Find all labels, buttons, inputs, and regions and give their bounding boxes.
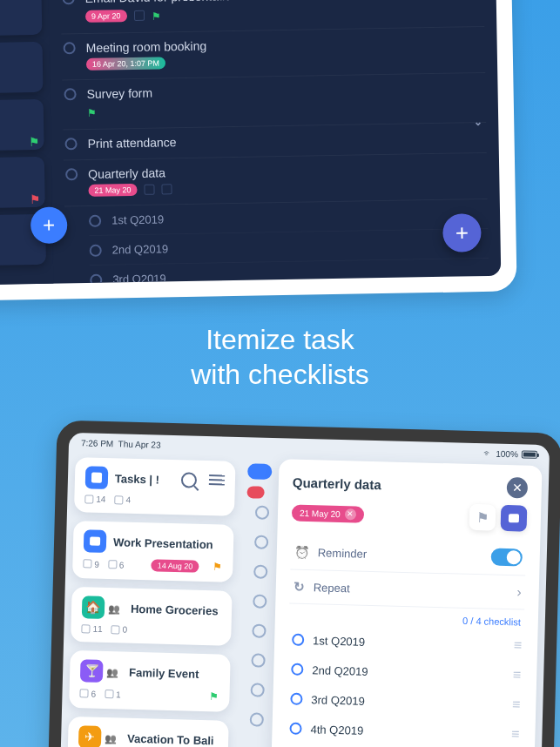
list-icon [84, 495, 93, 503]
sidebar-card[interactable] [0, 42, 44, 93]
note-icon [161, 184, 172, 194]
date-pill[interactable]: 21 May 20✕ [292, 504, 364, 522]
task-name: Quarterly data [88, 165, 165, 181]
people-icon [108, 600, 124, 616]
checkbox-icon[interactable] [65, 168, 78, 180]
wifi-icon: ᯤ [483, 448, 492, 458]
stat-2: 1 [116, 690, 121, 699]
project-title: Family Event [129, 665, 199, 680]
list-icon [79, 689, 88, 697]
light-screen: 7:26 PM Thu Apr 23 ᯤ100% Tasks | ! 144 W… [60, 433, 550, 747]
checkbox-icon[interactable] [63, 0, 75, 4]
headline-line2: with checklists [0, 357, 560, 392]
project-title: Work Presentation [113, 535, 213, 551]
project-title: Tasks | ! [115, 472, 159, 486]
flag-icon [87, 104, 97, 120]
checkbox-icon[interactable] [289, 723, 301, 735]
sidebar-card[interactable] [0, 99, 44, 151]
task-row[interactable]: Quarterly data 21 May 20 [64, 153, 488, 206]
stat-2: 4 [125, 495, 131, 505]
flag-icon [30, 192, 40, 202]
drag-handle-icon[interactable]: ≡ [511, 726, 518, 742]
alarm-icon [144, 185, 154, 195]
clear-date-icon[interactable]: ✕ [345, 508, 356, 520]
project-list: Tasks | ! 144 Work Presentation 9614 Aug… [60, 433, 243, 747]
note-icon [111, 625, 119, 634]
bg-pill [247, 463, 272, 480]
checkbox-icon[interactable] [292, 634, 304, 646]
list-icon [81, 624, 90, 633]
project-button[interactable] [501, 505, 528, 532]
checkbox-icon[interactable] [89, 214, 101, 226]
stat-2: 6 [119, 560, 125, 569]
stat-1: 14 [96, 495, 105, 504]
stat-1: 11 [92, 624, 102, 634]
project-card[interactable]: Work Presentation 9614 Aug 20 [72, 521, 234, 582]
subtask-name: 2nd Q2019 [112, 242, 169, 256]
task-row[interactable]: Survey form [62, 73, 486, 130]
checklist-item[interactable]: 4th Q2019≡ [286, 713, 522, 747]
repeat-icon [293, 579, 305, 595]
battery-icon [522, 450, 537, 458]
task-name: Survey form [86, 86, 152, 101]
date-pill: 21 May 20 [88, 184, 137, 197]
dark-screen: + Simplify layout Email David for presen… [0, 0, 501, 285]
subtask-name: 1st Q2019 [111, 212, 164, 226]
alarm-icon [294, 545, 309, 559]
search-icon[interactable] [181, 472, 197, 488]
bg-pill [246, 486, 264, 499]
filter-icon[interactable] [209, 474, 225, 487]
project-card[interactable]: 🏠Home Groceries 110 [71, 587, 233, 646]
drag-handle-icon[interactable]: ≡ [513, 667, 520, 683]
checkbox-icon[interactable] [291, 663, 303, 676]
task-detail-panel: Quarterly data ✕ 21 May 20✕ ⚑ Reminder R… [271, 459, 543, 747]
task-row[interactable]: Meeting room booking 16 Apr 20, 1:07 PM [61, 27, 485, 80]
bottom-tablet-light: 7:26 PM Thu Apr 23 ᯤ100% Tasks | ! 144 W… [47, 420, 560, 747]
drag-handle-icon[interactable]: ≡ [514, 637, 521, 653]
date-pill: 14 Aug 20 [152, 559, 199, 572]
reminder-toggle[interactable] [491, 548, 523, 567]
bg-checklist [250, 505, 270, 726]
note-icon [108, 560, 117, 569]
battery-pct: 100% [496, 448, 518, 459]
checkbox-icon[interactable] [290, 693, 302, 705]
checkbox-icon[interactable] [90, 273, 102, 283]
stat-1: 6 [91, 689, 96, 698]
task-name: Email David for presentation [85, 0, 239, 5]
date-pill: 9 Apr 20 [85, 10, 127, 23]
repeat-label: Repeat [314, 581, 350, 595]
project-icon [85, 466, 109, 489]
status-date: Thu Apr 23 [118, 439, 161, 449]
note-icon [114, 495, 123, 504]
chevron-right-icon: › [516, 584, 522, 600]
checkbox-icon[interactable] [64, 88, 76, 100]
project-card[interactable]: ✈Vacation To Bali 70 [67, 717, 229, 747]
detail-area: Quarterly data ✕ 21 May 20✕ ⚑ Reminder R… [234, 437, 550, 747]
flag-button[interactable]: ⚑ [469, 504, 496, 531]
reminder-row[interactable]: Reminder [290, 535, 526, 576]
task-name: Print attendance [87, 135, 176, 151]
headline-line1: Itemize task [0, 322, 560, 357]
stat-1: 9 [94, 559, 99, 569]
checklist-label: 1st Q2019 [313, 634, 365, 649]
people-icon [106, 663, 122, 679]
note-icon [133, 10, 144, 21]
project-card[interactable]: Tasks | ! 144 [74, 457, 236, 516]
project-card[interactable]: 🍸Family Event 61 [69, 650, 231, 712]
sidebar-card[interactable] [0, 0, 42, 36]
checkbox-icon[interactable] [64, 138, 77, 150]
expand-chevron-icon[interactable] [474, 116, 482, 128]
marketing-headline: Itemize task with checklists [0, 322, 560, 392]
checkbox-icon[interactable] [64, 42, 76, 54]
checklist-label: 4th Q2019 [310, 723, 363, 737]
briefcase-icon [84, 529, 107, 553]
stat-2: 0 [122, 625, 127, 635]
sidebar-card[interactable] [0, 157, 45, 208]
status-time: 7:26 PM [81, 438, 114, 448]
checkbox-icon[interactable] [90, 244, 102, 256]
home-icon: 🏠 [82, 596, 105, 619]
drag-handle-icon[interactable]: ≡ [512, 697, 519, 712]
close-button[interactable]: ✕ [507, 477, 529, 499]
reminder-label: Reminder [318, 546, 368, 560]
people-icon [105, 730, 120, 745]
